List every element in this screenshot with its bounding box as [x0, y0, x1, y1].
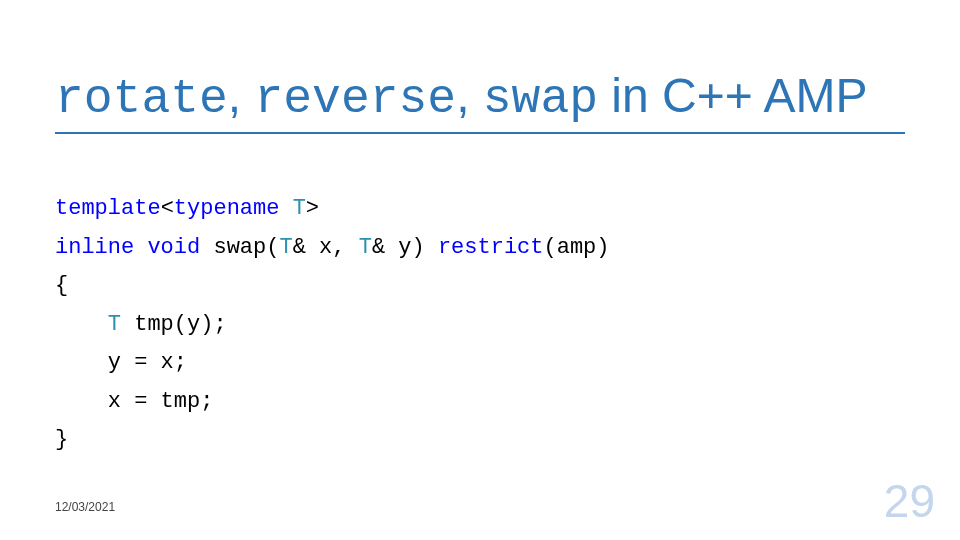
code-line-7: }	[55, 427, 68, 452]
kw-typename: typename	[174, 196, 280, 221]
slide: rotate, reverse, swap in C++ AMP templat…	[0, 0, 960, 540]
tok: <	[161, 196, 174, 221]
slide-title: rotate, reverse, swap in C++ AMP	[55, 70, 905, 134]
tok	[55, 312, 108, 337]
code-line-3: {	[55, 273, 68, 298]
code-line-4: T tmp(y);	[55, 312, 227, 337]
title-fn-reverse: reverse	[255, 72, 457, 126]
type-T: T	[359, 235, 372, 260]
kw-template: template	[55, 196, 161, 221]
tok: swap(	[200, 235, 279, 260]
code-line-2: inline void swap(T& x, T& y) restrict(am…	[55, 235, 610, 260]
title-fn-rotate: rotate	[55, 72, 228, 126]
tok	[279, 196, 292, 221]
type-T: T	[108, 312, 121, 337]
tok: tmp(y);	[121, 312, 227, 337]
page-number: 29	[884, 474, 935, 528]
code-block: template<typename T> inline void swap(T&…	[55, 190, 610, 460]
type-T: T	[293, 196, 306, 221]
date-stamp: 12/03/2021	[55, 500, 115, 514]
code-line-1: template<typename T>	[55, 196, 319, 221]
kw-restrict: restrict	[438, 235, 544, 260]
code-line-6: x = tmp;	[55, 389, 213, 414]
title-tail: in C++ AMP	[598, 69, 867, 122]
title-fn-swap: swap	[483, 72, 598, 126]
tok: & x,	[293, 235, 359, 260]
kw-void: void	[147, 235, 200, 260]
title-sep2: ,	[456, 69, 483, 122]
type-T: T	[279, 235, 292, 260]
tok: (amp)	[544, 235, 610, 260]
tok	[134, 235, 147, 260]
kw-inline: inline	[55, 235, 134, 260]
code-line-5: y = x;	[55, 350, 187, 375]
tok: & y)	[372, 235, 438, 260]
tok: >	[306, 196, 319, 221]
title-sep1: ,	[228, 69, 255, 122]
